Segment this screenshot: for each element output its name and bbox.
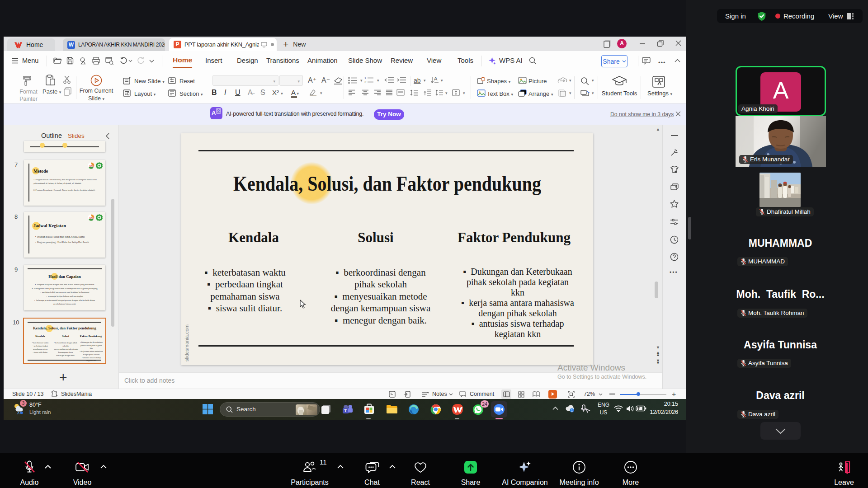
- svg-text:1: 1: [364, 76, 366, 80]
- svg-text:A: A: [434, 76, 438, 81]
- svg-text:KKN: KKN: [90, 165, 94, 167]
- svg-text:1: 1: [571, 409, 573, 412]
- svg-text:T: T: [344, 408, 347, 413]
- svg-text:2: 2: [364, 80, 366, 84]
- svg-text:KKN: KKN: [90, 217, 94, 219]
